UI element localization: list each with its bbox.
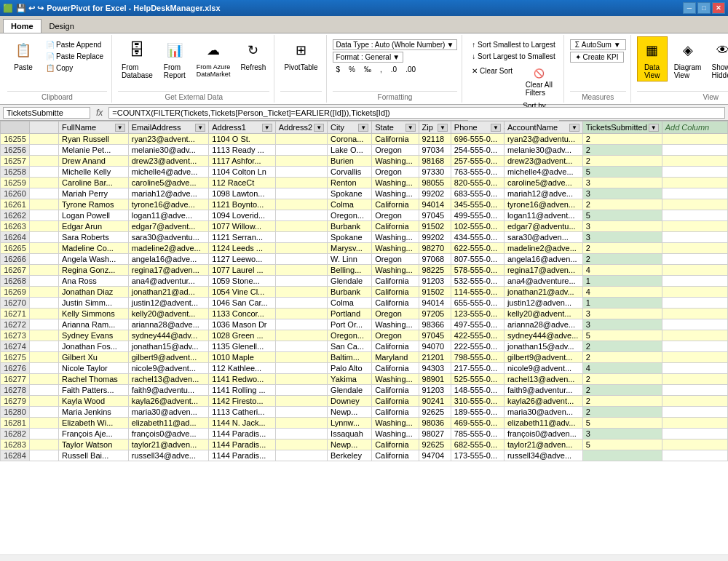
cell-email[interactable]: jonathan21@ad... bbox=[128, 287, 209, 298]
cell-zip[interactable]: 94014 bbox=[419, 298, 451, 309]
clear-sort-button[interactable]: ✕ Clear Sort bbox=[468, 65, 516, 76]
cell-check[interactable] bbox=[30, 145, 59, 156]
cell-city[interactable]: Port Or... bbox=[328, 319, 372, 330]
table-row[interactable]: 16278Faith Patters...faith9@adventu...11… bbox=[1, 385, 728, 396]
table-row[interactable]: 16279Kayla Woodkayla26@advent...1142 Fir… bbox=[1, 396, 728, 407]
cell-address1[interactable]: 1121 Boynto... bbox=[209, 199, 275, 210]
table-row[interactable]: 16281Elizabeth Wi...elizabeth11@ad...114… bbox=[1, 418, 728, 429]
cell-address1[interactable]: 1127 Leewo... bbox=[209, 254, 275, 265]
cell-phone[interactable]: 682-555-0... bbox=[451, 439, 504, 450]
pivot-table-button[interactable]: ⊞ PivotTable bbox=[280, 36, 321, 73]
cell-rowid[interactable]: 16272 bbox=[1, 319, 30, 330]
cell-city[interactable]: Burien bbox=[328, 156, 372, 167]
cell-account[interactable]: drew23@advent... bbox=[504, 156, 582, 167]
cell-state[interactable]: Washing... bbox=[372, 418, 419, 429]
cell-tickets[interactable]: 2 bbox=[582, 199, 662, 210]
cell-address2[interactable] bbox=[275, 232, 327, 243]
cell-city[interactable]: Renton bbox=[328, 178, 372, 188]
cell-address2[interactable] bbox=[275, 254, 327, 265]
cell-addcol[interactable] bbox=[662, 145, 727, 156]
cell-address2[interactable] bbox=[275, 341, 327, 352]
cell-address2[interactable] bbox=[275, 298, 327, 309]
cell-city[interactable]: Downey bbox=[328, 396, 372, 407]
cell-city[interactable]: Oregon... bbox=[328, 330, 372, 341]
cell-state[interactable]: Washing... bbox=[372, 156, 419, 167]
cell-city[interactable]: Newp... bbox=[328, 439, 372, 450]
cell-rowid[interactable]: 16259 bbox=[1, 178, 30, 188]
cell-address1[interactable]: 1124 Leeds ... bbox=[209, 243, 275, 254]
cell-address1[interactable]: 1144 N. Jack... bbox=[209, 418, 275, 429]
cell-email[interactable]: gilbert9@advent... bbox=[128, 352, 209, 363]
cell-address2[interactable] bbox=[275, 418, 327, 429]
cell-check[interactable] bbox=[30, 352, 59, 363]
cell-addcol[interactable] bbox=[662, 188, 727, 199]
cell-addcol[interactable] bbox=[662, 156, 727, 167]
cell-fullname[interactable]: Kayla Wood bbox=[59, 396, 129, 407]
cell-state[interactable]: California bbox=[372, 199, 419, 210]
cell-addcol[interactable] bbox=[662, 341, 727, 352]
table-row[interactable]: 16280Maria Jenkinsmaria30@adven...1113 C… bbox=[1, 407, 728, 418]
cell-zip[interactable]: 90241 bbox=[419, 396, 451, 407]
paste-replace-button[interactable]: 📄 Paste Replace bbox=[42, 51, 107, 62]
currency-button[interactable]: $ bbox=[333, 64, 344, 75]
cell-fullname[interactable]: Justin Simm... bbox=[59, 298, 129, 309]
cell-address2[interactable] bbox=[275, 374, 327, 385]
table-row[interactable]: 16256Melanie Pet...melanie30@adv...1113 … bbox=[1, 145, 728, 156]
cell-address2[interactable] bbox=[275, 439, 327, 450]
table-row[interactable]: 16275Gilbert Xugilbert9@advent...1010 Ma… bbox=[1, 352, 728, 363]
cell-check[interactable] bbox=[30, 385, 59, 396]
col-header-address1[interactable]: Address1 ▼ bbox=[209, 122, 275, 134]
cell-addcol[interactable] bbox=[662, 276, 727, 287]
cell-zip[interactable]: 97045 bbox=[419, 210, 451, 221]
cell-city[interactable]: Burbank bbox=[328, 221, 372, 232]
cell-account[interactable]: faith9@adventur... bbox=[504, 385, 582, 396]
cell-phone[interactable]: 622-555-0... bbox=[451, 243, 504, 254]
cell-city[interactable]: Newp... bbox=[328, 407, 372, 418]
cell-address1[interactable]: 1117 Ashfor... bbox=[209, 156, 275, 167]
create-kpi-button[interactable]: ✦ Create KPI bbox=[570, 52, 624, 63]
cell-fullname[interactable]: Kelly Simmons bbox=[59, 309, 129, 319]
cell-zip[interactable]: 94303 bbox=[419, 363, 451, 374]
cell-fullname[interactable]: Jonathan Diaz bbox=[59, 287, 129, 298]
from-report-button[interactable]: 📊 FromReport bbox=[159, 36, 190, 81]
cell-account[interactable]: jonathan21@adv... bbox=[504, 287, 582, 298]
cell-tickets[interactable]: 2 bbox=[582, 341, 662, 352]
address2-dropdown[interactable]: ▼ bbox=[314, 124, 324, 132]
cell-rowid[interactable]: 16274 bbox=[1, 341, 30, 352]
table-row[interactable]: 16260Mariah Perrymariah12@adve...1098 La… bbox=[1, 188, 728, 199]
cell-email[interactable]: tyrone16@adve... bbox=[128, 199, 209, 210]
cell-state[interactable]: California bbox=[372, 298, 419, 309]
cell-email[interactable]: arianna28@adve... bbox=[128, 319, 209, 330]
cell-state[interactable]: Washing... bbox=[372, 178, 419, 188]
cell-zip[interactable]: 92625 bbox=[419, 407, 451, 418]
cell-tickets[interactable]: 4 bbox=[582, 265, 662, 276]
cell-address1[interactable]: 1104 O St. bbox=[209, 134, 275, 145]
cell-city[interactable]: Oregon... bbox=[328, 210, 372, 221]
cell-address1[interactable]: 1077 Willow... bbox=[209, 221, 275, 232]
cell-email[interactable]: mariah12@adve... bbox=[128, 188, 209, 199]
cell-email[interactable]: sydney444@adv... bbox=[128, 330, 209, 341]
name-box[interactable] bbox=[3, 107, 90, 119]
maximize-button[interactable]: □ bbox=[697, 2, 711, 14]
cell-fullname[interactable]: Sydney Evans bbox=[59, 330, 129, 341]
cell-phone[interactable]: 683-555-0... bbox=[451, 188, 504, 199]
cell-zip[interactable]: 98036 bbox=[419, 418, 451, 429]
state-dropdown[interactable]: ▼ bbox=[405, 124, 416, 132]
table-row[interactable]: 16255Ryan Russellryan23@advent...1104 O … bbox=[1, 134, 728, 145]
cell-addcol[interactable] bbox=[662, 309, 727, 319]
cell-zip[interactable]: 91203 bbox=[419, 385, 451, 396]
cell-address2[interactable] bbox=[275, 199, 327, 210]
cell-fullname[interactable]: Regina Gonz... bbox=[59, 265, 129, 276]
close-button[interactable]: ✕ bbox=[712, 2, 725, 14]
cell-tickets[interactable]: 5 bbox=[582, 418, 662, 429]
cell-city[interactable]: Palo Alto bbox=[328, 363, 372, 374]
cell-state[interactable]: Washing... bbox=[372, 188, 419, 199]
cell-address1[interactable]: 1113 Catheri... bbox=[209, 407, 275, 418]
cell-state[interactable]: California bbox=[372, 407, 419, 418]
cell-phone[interactable]: 807-555-0... bbox=[451, 254, 504, 265]
cell-address2[interactable] bbox=[275, 429, 327, 439]
cell-state[interactable]: Oregon bbox=[372, 210, 419, 221]
cell-phone[interactable]: 123-555-0... bbox=[451, 309, 504, 319]
cell-state[interactable]: Oregon bbox=[372, 330, 419, 341]
col-header-account[interactable]: AccountName ▼ bbox=[504, 122, 582, 134]
